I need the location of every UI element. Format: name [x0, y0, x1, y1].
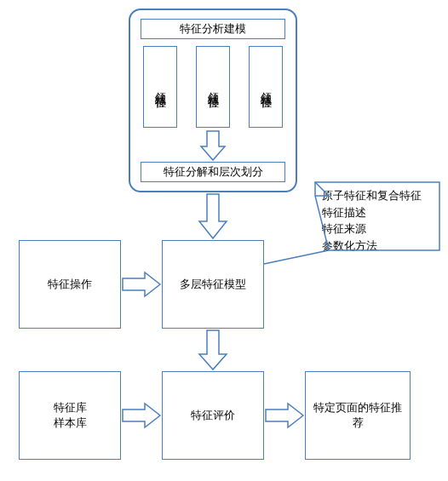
label: 特征分解和层次划分 [164, 164, 263, 180]
arrow-operation-to-model [123, 272, 160, 296]
arrow-group-to-model [199, 194, 227, 238]
model-callout: 原子特征和复合特征 特征描述 特征来源 参数化方法 [315, 182, 439, 259]
domain-feature-1: 领域特征 [143, 46, 177, 128]
feature-decomposition: 特征分解和层次划分 [141, 162, 285, 182]
callout-line-1: 原子特征和复合特征 [322, 187, 433, 204]
feature-sample-library: 特征库 样本库 [19, 371, 121, 460]
svg-marker-1 [199, 194, 227, 238]
callout-line-2: 特征描述 [322, 204, 433, 221]
feature-operation: 特征操作 [19, 240, 121, 329]
svg-marker-3 [199, 330, 227, 369]
feature-evaluation: 特征评价 [162, 371, 264, 460]
label: 多层特征模型 [180, 277, 246, 292]
feature-analysis-header: 特征分析建模 [141, 19, 285, 39]
label: 特征分析建模 [180, 21, 246, 37]
label: 特征操作 [48, 277, 92, 292]
callout-line-3: 特征来源 [322, 220, 433, 238]
multilayer-feature-model: 多层特征模型 [162, 240, 264, 329]
page-feature-recommend: 特定页面的特征推荐 [305, 371, 411, 460]
domain-feature-3: 领域特征 [249, 46, 283, 128]
svg-marker-4 [123, 404, 160, 427]
arrow-model-to-eval [199, 330, 227, 369]
svg-marker-2 [123, 272, 160, 296]
label: 领域特征 [152, 83, 168, 90]
label: 领域特征 [258, 83, 273, 90]
callout-line-4: 参数化方法 [322, 238, 433, 255]
arrow-eval-to-recommend [266, 404, 303, 427]
label: 特征库 样本库 [54, 400, 87, 431]
svg-marker-5 [266, 404, 303, 427]
label: 特征评价 [191, 408, 235, 423]
domain-feature-2: 领域特征 [196, 46, 230, 128]
label: 特定页面的特征推荐 [306, 400, 410, 431]
arrow-library-to-eval [123, 404, 160, 427]
label: 领域特征 [205, 83, 221, 90]
